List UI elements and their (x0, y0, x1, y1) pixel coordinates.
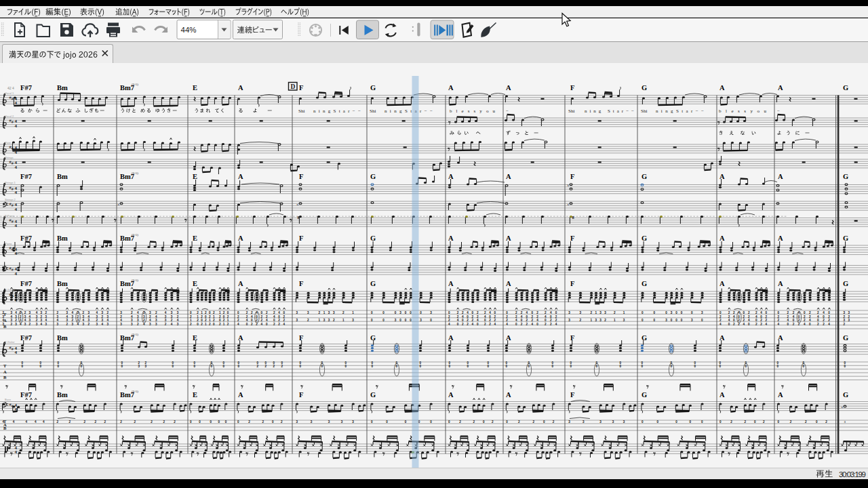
svg-text:44%: 44% (181, 26, 197, 34)
svg-text:30:03:199: 30:03:199 (839, 470, 866, 479)
